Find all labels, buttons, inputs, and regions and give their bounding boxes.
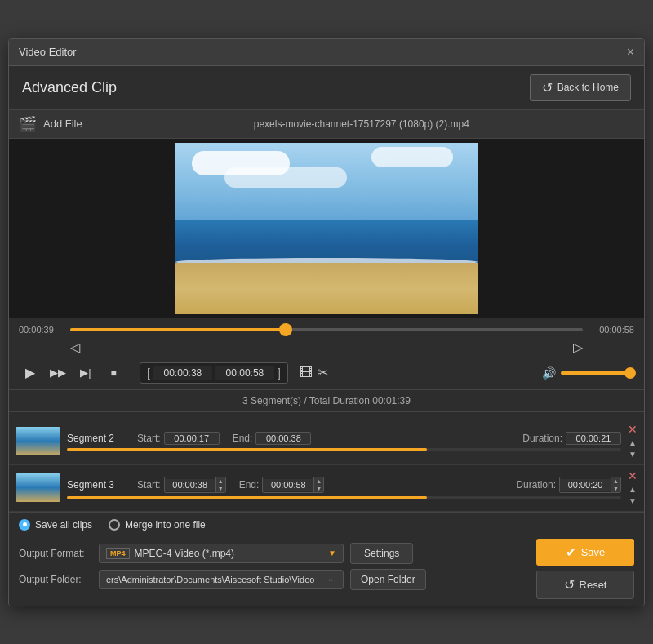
segment-3-start-input[interactable] [165,479,215,491]
add-file-icon: 🎬 [19,115,37,133]
segment-3-duration-down[interactable]: ▼ [611,485,620,492]
segment-2-thumbnail [16,427,60,455]
save-label: Save [581,546,606,558]
open-folder-button[interactable]: Open Folder [350,569,426,590]
reset-label: Reset [580,579,607,591]
beach [175,263,478,314]
segment-2-close-button[interactable]: ✕ [628,424,637,435]
skip-to-end-button[interactable]: ▶| [74,362,97,384]
video-frame [175,143,478,314]
segment-3-duration: Duration: ▲ ▼ [516,477,621,493]
cloud-decoration-3 [224,167,347,188]
segment-3-order-arrows: ▲ ▼ [628,485,637,506]
segment-3-end-up[interactable]: ▲ [314,477,323,485]
segment-2-progress-fill [67,448,427,451]
settings-button[interactable]: Settings [350,543,413,564]
save-all-clips-option[interactable]: Save all clips [19,519,92,531]
format-label: Output Format: [19,548,92,559]
segment-3-up-button[interactable]: ▲ [628,485,637,495]
right-bracket-icon: ] [278,366,281,380]
add-file-label: Add File [43,118,82,130]
stop-button[interactable]: ■ [102,362,125,384]
segment-3-name: Segment 3 [67,479,124,491]
folder-label: Output Folder: [19,574,92,585]
timeline-end-label: 00:00:58 [589,325,634,335]
timeline-fill [70,328,286,331]
folder-row: Output Folder: ers\Administrator\Documen… [19,569,526,590]
page-title: Advanced Clip [22,79,117,96]
format-select[interactable]: MP4 MPEG-4 Video (*.mp4) ▼ [99,544,344,563]
left-bracket-icon: [ [147,366,150,380]
add-file-button[interactable]: Add File [43,118,82,130]
toolbar: 🎬 Add File pexels-movie-channet-17517297… [9,110,644,139]
segment-3-end: End: ▲ ▼ [239,477,325,493]
timeline-start-label: 00:00:39 [19,325,64,335]
clip-icons: 🎞 ✂ [300,365,328,380]
segment-2-up-button[interactable]: ▲ [628,438,637,448]
save-button[interactable]: ✔ Save [536,539,634,566]
segment-3-start-up[interactable]: ▲ [216,477,225,485]
segment-3-start: Start: ▲ ▼ [137,477,226,493]
volume-fill [561,371,634,375]
segment-2-end: End: 00:00:38 [233,432,312,445]
segment-2-header: Segment 2 Start: 00:00:17 End: 00:00:38 … [67,432,621,445]
film-icon-button[interactable]: 🎞 [300,365,313,380]
segment-3-thumbnail [16,473,60,502]
segment-3-progress-track [67,496,621,499]
timeline-slider[interactable] [70,328,583,331]
back-to-home-button[interactable]: ↺ Back to Home [530,74,631,101]
format-row: Output Format: MP4 MPEG-4 Video (*.mp4) … [19,543,526,564]
trim-right-marker[interactable]: ▷ [573,340,583,355]
volume-thumb[interactable] [624,367,636,379]
trim-end-input[interactable] [215,366,274,380]
main-window: Video Editor × Advanced Clip ↺ Back to H… [8,38,645,606]
format-mp4-icon: MP4 [106,548,130,559]
back-to-home-label: Back to Home [557,82,619,93]
format-value: MPEG-4 Video (*.mp4) [135,548,329,559]
segment-item: Segment 2 Start: 00:00:17 End: 00:00:38 … [9,419,644,465]
trim-markers-row: ◁ ▷ [19,340,634,357]
window-title: Video Editor [19,46,77,58]
action-buttons: ✔ Save ↺ Reset [536,539,634,599]
play-button[interactable]: ▶ [19,362,42,384]
volume-slider[interactable] [561,371,634,375]
file-name: pexels-movie-channet-17517297 (1080p) (2… [89,118,634,130]
folder-path-text: ers\Administrator\Documents\Aiseesoft St… [106,575,322,584]
close-button[interactable]: × [627,46,634,59]
timeline-thumb[interactable] [279,323,292,336]
segment-item: Segment 3 Start: ▲ ▼ End: [9,465,644,512]
segment-2-down-button[interactable]: ▼ [628,450,637,460]
segment-3-end-input[interactable] [263,479,313,491]
timeline-section: 00:00:39 00:00:58 ◁ ▷ ▶ ▶▶ ▶| ■ [ [9,318,644,419]
reset-icon: ↺ [564,577,575,593]
segment-2-progress-track [67,448,621,451]
reset-button[interactable]: ↺ Reset [536,571,634,599]
merge-option[interactable]: Merge into one file [109,519,206,531]
save-all-radio[interactable] [19,519,30,531]
header: Advanced Clip ↺ Back to Home [9,66,644,110]
volume-section: 🔊 [542,366,634,380]
folder-path-display: ers\Administrator\Documents\Aiseesoft St… [99,570,344,589]
trim-left-marker[interactable]: ◁ [70,340,80,355]
merge-label: Merge into one file [125,519,206,531]
segment-3-close-button[interactable]: ✕ [628,470,637,482]
segment-2-actions: ✕ ▲ ▼ [628,424,637,460]
segment-3-end-down[interactable]: ▼ [314,485,323,492]
controls-row: ▶ ▶▶ ▶| ■ [ ] 🎞 ✂ 🔊 [19,357,634,389]
merge-radio[interactable] [109,519,120,531]
trim-controls: [ ] [140,362,288,384]
segment-2-info: Segment 2 Start: 00:00:17 End: 00:00:38 … [67,432,621,451]
segment-3-duration-up[interactable]: ▲ [611,477,620,485]
dropdown-arrow-icon: ▼ [328,549,336,557]
segments-list: Segment 2 Start: 00:00:17 End: 00:00:38 … [9,419,644,512]
segment-3-down-button[interactable]: ▼ [628,496,637,506]
save-all-label: Save all clips [35,519,92,531]
folder-dots-button[interactable]: ··· [328,574,336,585]
segment-3-duration-input[interactable] [560,479,611,491]
timeline-bar: 00:00:39 00:00:58 [19,325,634,335]
scissors-icon-button[interactable]: ✂ [318,365,328,380]
segment-3-start-down[interactable]: ▼ [216,485,225,492]
segments-info: 3 Segment(s) / Total Duration 00:01:39 [9,389,644,412]
fast-forward-button[interactable]: ▶▶ [47,362,69,384]
trim-start-input[interactable] [153,366,212,380]
